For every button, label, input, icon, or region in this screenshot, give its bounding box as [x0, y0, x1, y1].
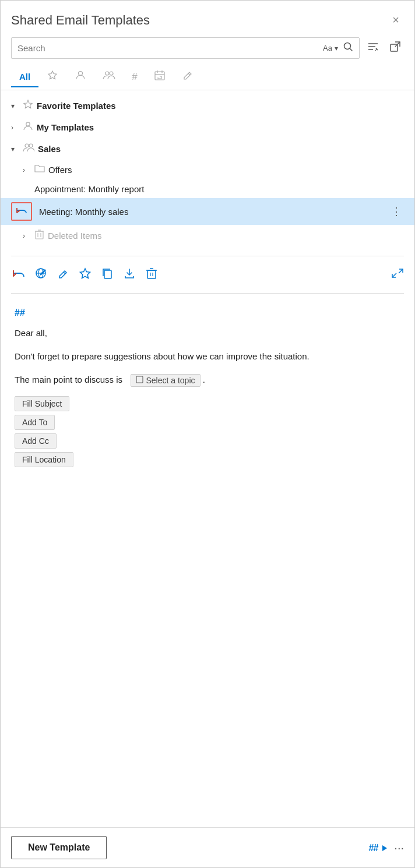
tab-all-label: All	[19, 72, 30, 82]
tab-shared-templates[interactable]	[94, 66, 124, 90]
select-topic-icon	[136, 376, 143, 385]
body-paragraph: Don't forget to prepare suggestions abou…	[15, 350, 400, 364]
filter-tabs: All #	[1, 63, 414, 90]
search-icon[interactable]	[343, 41, 353, 55]
svg-rect-39	[136, 376, 143, 383]
select-topic-label: Select a topic	[146, 376, 195, 385]
svg-marker-30	[80, 269, 90, 278]
expand-toolbar-button[interactable]	[391, 267, 404, 283]
delete-toolbar-button[interactable]	[144, 266, 159, 284]
reply-icon	[16, 205, 27, 218]
bottom-right-icons: ## ···	[369, 841, 404, 855]
svg-rect-31	[104, 270, 111, 278]
people-icon	[103, 69, 115, 84]
topic-post-text: .	[203, 375, 205, 384]
tree-item-deleted-items[interactable]: › Deleted Items	[1, 225, 414, 246]
svg-point-18	[26, 122, 30, 126]
topic-pre-text: The main point to discuss is	[15, 375, 122, 384]
tab-hash[interactable]: #	[124, 68, 145, 89]
svg-point-19	[25, 144, 29, 147]
appointment-monthly-label: Appointment: Monthly report	[34, 184, 404, 194]
tree-item-favorite-templates[interactable]: ▾ Favorite Templates	[1, 95, 414, 117]
reply-toolbar-button[interactable]	[11, 266, 26, 283]
greeting-paragraph: Dear all,	[15, 326, 400, 340]
svg-point-10	[105, 72, 109, 75]
star-icon	[47, 69, 58, 84]
filter-icon[interactable]: ✓	[364, 39, 382, 57]
trash-icon	[34, 229, 44, 242]
svg-point-11	[110, 72, 113, 75]
action-toolbar	[1, 261, 414, 288]
svg-marker-8	[48, 71, 57, 79]
svg-text:✓: ✓	[374, 47, 378, 52]
chevron-right-icon: ›	[11, 124, 19, 132]
edit-pen-icon	[182, 69, 194, 84]
folder-icon	[34, 164, 45, 176]
bottom-bar: New Template ## ···	[1, 827, 414, 867]
search-right-icons: ✓	[364, 39, 404, 57]
divider-1	[11, 256, 404, 256]
offers-label: Offers	[48, 165, 404, 175]
globe-edit-toolbar-button[interactable]	[33, 266, 48, 284]
people-icon	[23, 142, 34, 156]
more-options-button[interactable]: ⋮	[389, 205, 404, 218]
svg-line-1	[350, 49, 353, 51]
person-icon	[23, 121, 33, 134]
add-cc-chip[interactable]: Add Cc	[15, 433, 57, 449]
favorite-templates-label: Favorite Templates	[37, 101, 404, 111]
field-chips-area: Fill Subject Add To Add Cc Fill Location	[15, 396, 400, 467]
hash-play-icon: ##	[369, 842, 389, 854]
copy-toolbar-button[interactable]	[100, 266, 115, 284]
star-toolbar-button[interactable]	[78, 266, 93, 284]
hash-icon: #	[132, 71, 137, 83]
tab-edit[interactable]	[174, 66, 202, 90]
svg-rect-32	[147, 270, 156, 278]
topic-paragraph: The main point to discuss is Select a to…	[15, 373, 400, 387]
tree-item-meeting-monthly[interactable]: Meeting: Monthly sales ⋮	[1, 198, 414, 225]
select-topic-button[interactable]: Select a topic	[131, 374, 200, 387]
tab-scheduled[interactable]	[146, 66, 174, 90]
svg-line-37	[399, 269, 403, 273]
download-toolbar-button[interactable]	[122, 266, 137, 284]
add-to-chip[interactable]: Add To	[15, 415, 55, 430]
svg-marker-17	[24, 100, 32, 108]
edit-toolbar-button[interactable]	[55, 266, 71, 284]
svg-line-16	[188, 73, 190, 75]
header: Shared Email Templates ×	[1, 1, 414, 35]
search-input[interactable]	[17, 43, 323, 53]
fill-subject-chip[interactable]: Fill Subject	[15, 396, 69, 411]
new-template-button[interactable]: New Template	[11, 836, 107, 859]
fill-location-chip[interactable]: Fill Location	[15, 452, 73, 467]
app-title: Shared Email Templates	[11, 13, 150, 28]
svg-point-0	[344, 43, 351, 50]
template-hash-marker: ##	[15, 308, 400, 318]
favorite-star-icon	[23, 99, 33, 112]
close-button[interactable]: ×	[388, 11, 404, 29]
chevron-right-icon: ›	[23, 232, 31, 240]
chevron-down-icon: ▾	[11, 145, 19, 153]
chevron-down-icon: ▾	[11, 102, 19, 110]
svg-point-20	[29, 144, 33, 147]
sales-label: Sales	[38, 144, 404, 154]
more-options-bottom-button[interactable]: ···	[394, 841, 404, 855]
divider-2	[11, 293, 404, 294]
tree-item-appointment-monthly[interactable]: Appointment: Monthly report	[1, 180, 414, 198]
search-bar: Aa ▾ ✓	[11, 37, 404, 59]
search-input-wrap: Aa ▾	[11, 37, 360, 59]
chevron-right-icon: ›	[23, 166, 31, 174]
tree-item-sales[interactable]: ▾ Sales	[1, 138, 414, 160]
meeting-monthly-label: Meeting: Monthly sales	[39, 207, 389, 217]
deleted-items-label: Deleted Items	[48, 231, 404, 241]
aa-label: Aa	[323, 44, 332, 52]
template-content-area: ## Dear all, Don't forget to prepare sug…	[1, 298, 414, 531]
tab-my-templates[interactable]	[66, 66, 94, 90]
chevron-down-icon[interactable]: ▾	[335, 44, 338, 52]
my-templates-label: My Templates	[37, 122, 404, 132]
svg-line-38	[392, 273, 396, 277]
tree-item-offers[interactable]: › Offers	[1, 160, 414, 180]
tab-all[interactable]: All	[11, 68, 38, 87]
scheduled-icon	[154, 69, 166, 84]
tree-item-my-templates[interactable]: › My Templates	[1, 117, 414, 138]
open-external-icon[interactable]	[386, 39, 404, 57]
tab-favorites[interactable]	[38, 66, 66, 90]
